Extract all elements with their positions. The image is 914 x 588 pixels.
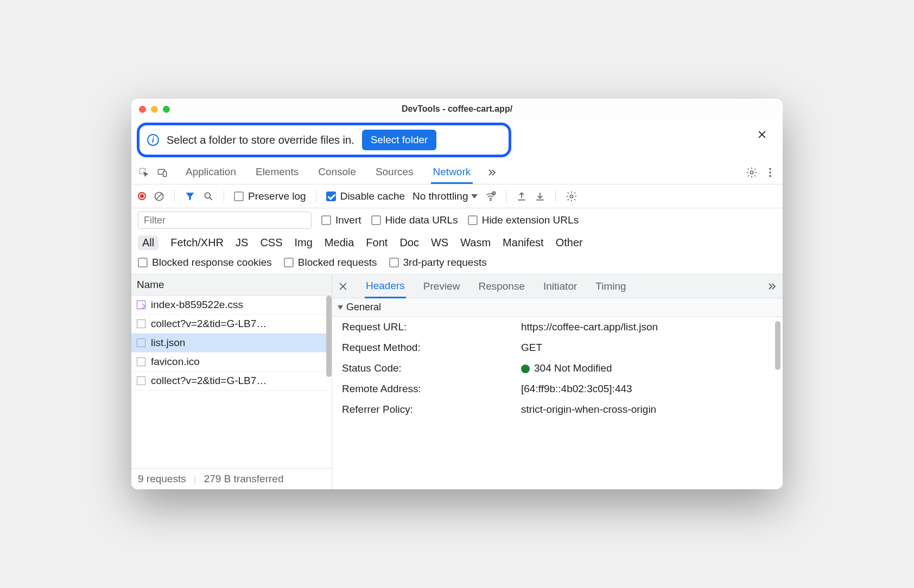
dtab-preview[interactable]: Preview (422, 276, 461, 297)
kv-row: Status Code:304 Not Modified (332, 358, 783, 379)
disclosure-triangle-icon (338, 305, 343, 310)
preserve-log-checkbox[interactable]: Preserve log (234, 190, 306, 202)
request-row[interactable]: index-b859522e.css (131, 296, 332, 315)
svg-point-6 (769, 175, 771, 177)
throttling-select[interactable]: No throttling (412, 190, 478, 202)
filter-doc[interactable]: Doc (399, 237, 419, 249)
network-settings-icon[interactable] (566, 190, 577, 202)
dtab-timing[interactable]: Timing (594, 276, 627, 297)
hide-extension-urls-checkbox[interactable]: Hide extension URLs (468, 214, 579, 226)
filter-ws[interactable]: WS (431, 237, 448, 249)
status-transferred: 279 B transferred (194, 473, 284, 485)
request-list: Name index-b859522e.css collect?v=2&tid=… (131, 274, 332, 489)
record-button[interactable] (138, 192, 146, 200)
svg-rect-2 (163, 171, 167, 176)
blocked-requests-label: Blocked requests (298, 257, 377, 269)
third-party-checkbox[interactable]: 3rd-party requests (389, 257, 487, 269)
filter-wasm[interactable]: Wasm (460, 237, 491, 249)
upload-har-icon[interactable] (516, 191, 527, 202)
blocked-requests-checkbox[interactable]: Blocked requests (284, 257, 377, 269)
blocked-cookies-label: Blocked response cookies (152, 257, 272, 269)
svg-point-5 (769, 171, 771, 174)
svg-point-8 (205, 193, 210, 198)
filter-manifest[interactable]: Manifest (503, 237, 544, 249)
dtab-headers[interactable]: Headers (365, 275, 406, 298)
css-file-icon (137, 301, 145, 309)
file-icon (137, 319, 145, 328)
close-detail-icon[interactable] (338, 281, 348, 292)
tab-sources[interactable]: Sources (373, 162, 416, 183)
kebab-menu-icon[interactable] (763, 165, 777, 180)
more-detail-tabs-icon[interactable] (766, 281, 777, 292)
kv-key: Referrer Policy: (342, 404, 510, 416)
svg-point-3 (750, 171, 753, 174)
kv-row: Referrer Policy:strict-origin-when-cross… (332, 399, 783, 420)
file-icon (137, 357, 145, 366)
scrollbar-thumb[interactable] (775, 321, 780, 370)
dtab-response[interactable]: Response (477, 276, 526, 297)
throttling-label: No throttling (412, 190, 468, 202)
network-toolbar: Preserve log Disable cache No throttling (131, 184, 783, 208)
filter-icon[interactable] (185, 191, 195, 202)
blocked-cookies-checkbox[interactable]: Blocked response cookies (138, 257, 272, 269)
request-name: collect?v=2&tid=G-LB7… (151, 375, 266, 387)
kv-row: Request URL:https://coffee-cart.app/list… (332, 317, 783, 337)
kv-row: Request Method:GET (332, 337, 783, 358)
request-list-header[interactable]: Name (131, 274, 332, 296)
info-icon: i (147, 134, 159, 146)
request-name: index-b859522e.css (151, 299, 243, 311)
extra-filter-bar: Blocked response cookies Blocked request… (131, 253, 783, 274)
svg-point-9 (490, 199, 491, 200)
filter-css[interactable]: CSS (260, 237, 282, 249)
search-icon[interactable] (203, 191, 214, 202)
file-icon (137, 376, 145, 385)
svg-point-4 (769, 168, 771, 170)
settings-icon[interactable] (745, 165, 759, 180)
infobar-text: Select a folder to store override files … (167, 134, 354, 146)
network-conditions-icon[interactable] (485, 191, 496, 202)
hide-data-urls-checkbox[interactable]: Hide data URLs (371, 214, 458, 226)
status-requests: 9 requests (138, 473, 186, 485)
window-title: DevTools - coffee-cart.app/ (131, 104, 783, 114)
kv-value: [64:ff9b::4b02:3c05]:443 (521, 383, 632, 395)
main-tabs: Application Elements Console Sources Net… (183, 162, 473, 183)
tab-elements[interactable]: Elements (253, 162, 301, 183)
kv-value: https://coffee-cart.app/list.json (521, 321, 658, 333)
scrollbar-thumb[interactable] (326, 296, 332, 377)
request-row[interactable]: favicon.ico (131, 353, 332, 372)
device-toggle-icon[interactable] (155, 165, 169, 180)
disable-cache-checkbox[interactable]: Disable cache (326, 190, 405, 202)
filter-media[interactable]: Media (325, 237, 354, 249)
inspect-icon[interactable] (137, 165, 151, 180)
hide-data-label: Hide data URLs (385, 214, 458, 226)
clear-button[interactable] (154, 191, 164, 202)
download-har-icon[interactable] (535, 191, 545, 202)
filter-all[interactable]: All (138, 235, 158, 250)
devtools-window: DevTools - coffee-cart.app/ i Select a f… (131, 99, 783, 489)
request-row[interactable]: collect?v=2&tid=G-LB7… (131, 315, 332, 334)
filter-js[interactable]: JS (236, 237, 248, 249)
tab-console[interactable]: Console (316, 162, 358, 183)
infobar-close-button[interactable] (757, 129, 767, 143)
detail-tabstrip: Headers Preview Response Initiator Timin… (332, 274, 783, 298)
file-icon (137, 338, 145, 347)
filter-font[interactable]: Font (366, 237, 388, 249)
tab-network[interactable]: Network (431, 162, 473, 184)
status-dot-icon (521, 365, 530, 373)
invert-checkbox[interactable]: Invert (321, 214, 361, 226)
filter-img[interactable]: Img (295, 237, 313, 249)
filter-other[interactable]: Other (556, 237, 583, 249)
dtab-initiator[interactable]: Initiator (542, 276, 578, 297)
filter-input[interactable] (138, 212, 312, 229)
kv-value: strict-origin-when-cross-origin (521, 404, 656, 416)
svg-point-11 (570, 195, 574, 198)
request-row[interactable]: list.json (131, 334, 332, 353)
filter-fetch-xhr[interactable]: Fetch/XHR (170, 237, 224, 249)
request-row[interactable]: collect?v=2&tid=G-LB7… (131, 372, 332, 391)
general-section-header[interactable]: General (332, 298, 783, 317)
kv-row: Remote Address:[64:ff9b::4b02:3c05]:443 (332, 379, 783, 399)
select-folder-button[interactable]: Select folder (362, 130, 437, 150)
tab-application[interactable]: Application (183, 162, 238, 183)
general-label: General (346, 302, 381, 313)
more-tabs-icon[interactable] (485, 165, 499, 180)
